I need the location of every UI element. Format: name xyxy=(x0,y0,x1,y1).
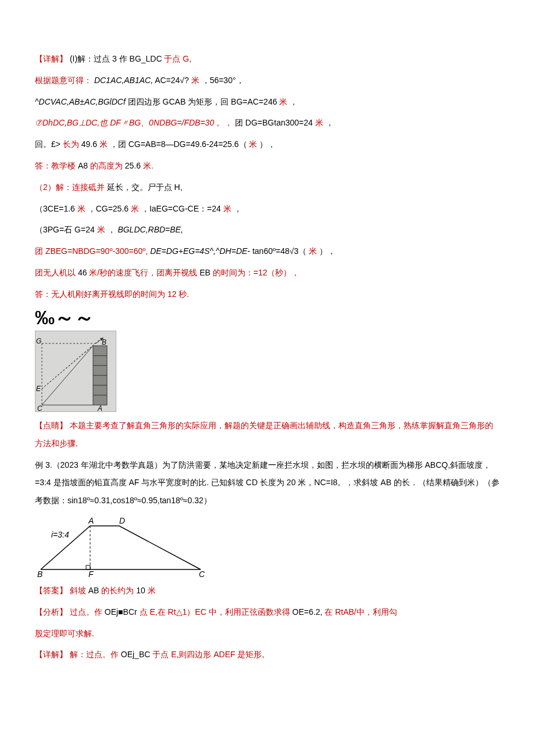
label-detail: 【详解】 xyxy=(35,650,67,659)
text: 答：教学楼 xyxy=(35,161,78,170)
label-E: E xyxy=(36,385,41,393)
text: 米 xyxy=(315,118,323,127)
text: 米 xyxy=(191,76,199,85)
text: 米 xyxy=(131,204,139,213)
text: 于点 E,则四边形 ADEF 是矩形, xyxy=(152,650,264,659)
text: ，CG=25.6 xyxy=(88,204,131,213)
text: 团 DG=BGtan300=24 xyxy=(235,118,313,127)
text: 团 ZBEG=NBDG=90º-300=60º, xyxy=(35,246,148,256)
paragraph: 团无人机以 46 米/秒的速度飞行，团离开视线 EB 的时间为：=12（秒）， xyxy=(35,264,500,282)
trapezoid-svg: i=3:4 A D B F C xyxy=(35,514,209,578)
text: 回。£> xyxy=(35,139,60,149)
label-D: D xyxy=(119,516,125,525)
text: ，56=30°， xyxy=(202,76,244,85)
paragraph: 团 ZBEG=NBDG=90º-300=60º, DE=DG+EG=4S^,^D… xyxy=(35,242,500,260)
text: AB xyxy=(88,586,99,595)
text: 49.6 xyxy=(81,139,97,149)
text: OEj_BC xyxy=(121,650,151,659)
text: 的时间为：=12（秒）， xyxy=(213,268,300,277)
text: 米. xyxy=(143,161,154,170)
text: ，团 CG=AB=8—DG=49.6-24=25.6（ xyxy=(110,139,247,149)
text: EB xyxy=(199,268,211,277)
text: 46 xyxy=(78,268,87,277)
text: ，IaEG=CG-CE：=24 xyxy=(141,204,223,213)
text: ^DCVAC,AB±AC,BGlDCf xyxy=(35,97,126,106)
problem-statement: 例 3.（2023 年湖北中考数学真题）为了防洪需要，某地决定新建一座拦水坝，如… xyxy=(35,456,500,510)
text: 延长，交。尸于点 H, xyxy=(107,182,183,192)
paragraph: （2）解：连接砥并 延长，交。尸于点 H, xyxy=(35,178,500,196)
text: 团四边形 GCAB 为矩形，回 BG=AC=246 xyxy=(128,97,277,106)
text: 米 xyxy=(77,204,85,213)
text: OEj■BCr xyxy=(105,607,137,617)
text: 米 xyxy=(97,225,105,234)
text: 斜坡 xyxy=(70,586,88,595)
text: ， xyxy=(290,97,298,106)
text: 。， xyxy=(216,118,233,127)
text: 的长约为 xyxy=(101,586,136,595)
text: A8 xyxy=(78,161,88,170)
figure-building-diagram: G E C A B xyxy=(35,331,116,412)
label-F: F xyxy=(88,569,94,578)
building-svg: G E C A B xyxy=(35,331,116,412)
text: （3CE=1.6 xyxy=(35,204,77,213)
text: 米 xyxy=(223,204,231,213)
text: 25.6 xyxy=(125,161,141,170)
label-A: A xyxy=(88,516,94,525)
paragraph: 【详解】 解：过点。作 OEj_BC 于点 E,则四边形 ADEF 是矩形, xyxy=(35,646,500,664)
label-analysis: 【分析】 xyxy=(35,607,67,617)
document-page: 【详解】 (I)解：过点 3 作 BG_LDC 于点 G, 根据题意可得： DC… xyxy=(0,0,535,690)
text: ）， xyxy=(259,139,276,149)
paragraph: 【点睛】 本题主要考查了解直角三角形的实际应用，解题的关键是正确画出辅助线，构造… xyxy=(35,417,500,453)
paragraph: 根据题意可得： DC1AC,AB1AC, AC=24√? 米 ，56=30°， xyxy=(35,71,500,89)
label-B: B xyxy=(102,338,106,346)
text: (I)解：过点 3 作 BG_LDC xyxy=(70,54,165,63)
paragraph: （3CE=1.6 米 ，CG=25.6 米 ，IaEG=CG-CE：=24 米 … xyxy=(35,200,500,218)
text: DC1AC,AB1AC, xyxy=(94,76,153,85)
text: ， xyxy=(326,118,334,127)
text: ， xyxy=(234,204,242,213)
figure-trapezoid-diagram: i=3:4 A D B F C xyxy=(35,514,209,578)
svg-rect-17 xyxy=(86,565,90,569)
text: 米 xyxy=(148,586,156,595)
paragraph: 【答案】 斜坡 AB 的长约为 10 米 xyxy=(35,582,500,600)
label-dianping: 【点睛】 xyxy=(35,421,67,430)
label-A: A xyxy=(97,404,102,412)
paragraph: （3PG=石 G=24 米 ， BGLDC,RBD=BE, xyxy=(35,221,500,239)
paragraph-answer: 答：无人机刚好离开视线即的时间为 12 秒. xyxy=(35,285,500,303)
text: tan60º=48√3（ xyxy=(252,246,306,256)
label-answer: 【答案】 xyxy=(35,586,67,595)
text: 米/秒的速度飞行，团离开视线 xyxy=(89,268,199,277)
label-C: C xyxy=(37,404,42,412)
text: DE=DG+EG=4S^,^DH=DE- xyxy=(150,246,250,256)
text: 本题主要考查了解直角三角形的实际应用，解题的关键是正确画出辅助线，构造直角三角形… xyxy=(35,421,493,448)
text: 根据题意可得： xyxy=(35,76,92,85)
label-detail: 【详解】 xyxy=(35,54,67,63)
text: 在 RtAB/中，利用勾 xyxy=(324,607,397,617)
text: 米 xyxy=(249,139,257,149)
paragraph: 回。£> 长为 49.6 米 ，团 CG=AB=8—DG=49.6-24=25.… xyxy=(35,135,500,153)
paragraph: 【详解】 (I)解：过点 3 作 BG_LDC 于点 G, xyxy=(35,50,500,68)
text: 团无人机以 xyxy=(35,268,78,277)
text: ， xyxy=(108,225,116,234)
text: AC=24√? xyxy=(155,76,189,85)
text: 米 xyxy=(99,139,108,149)
paragraph: 答：教学楼 A8 的高度为 25.6 米. xyxy=(35,157,500,175)
text: ）， xyxy=(319,246,336,256)
permille-symbol: ‰～～ xyxy=(35,307,500,328)
paragraph: ^DCVAC,AB±AC,BGlDCf 团四边形 GCAB 为矩形，回 BG=A… xyxy=(35,93,500,111)
paragraph: ⑦DhDC,BG⊥DC,也 DF〃BG、0NDBG=/FDB=30 。， 团 D… xyxy=(35,114,500,132)
text: 米 xyxy=(309,246,317,256)
text: BGLDC,RBD=BE, xyxy=(117,225,183,234)
paragraph: 股定理即可求解. xyxy=(35,625,500,643)
text: 于点 G, xyxy=(164,54,191,63)
text: 解：过点。作 xyxy=(70,650,121,659)
label-G: G xyxy=(36,337,41,345)
text: 米 xyxy=(279,97,287,106)
label-B: B xyxy=(37,569,42,578)
text: ⑦DhDC,BG⊥DC,也 DF〃BG、0NDBG=/FDB=30 xyxy=(35,118,214,127)
text: 的高度为 xyxy=(90,161,125,170)
text: （3PG=石 G=24 xyxy=(35,225,97,234)
text: （2）解：连接砥并 xyxy=(35,182,105,192)
label-C: C xyxy=(199,569,205,578)
paragraph: 【分析】 过点。作 OEj■BCr 点 E,在 Rt△1）EC 中，利用正弦函数… xyxy=(35,603,500,621)
